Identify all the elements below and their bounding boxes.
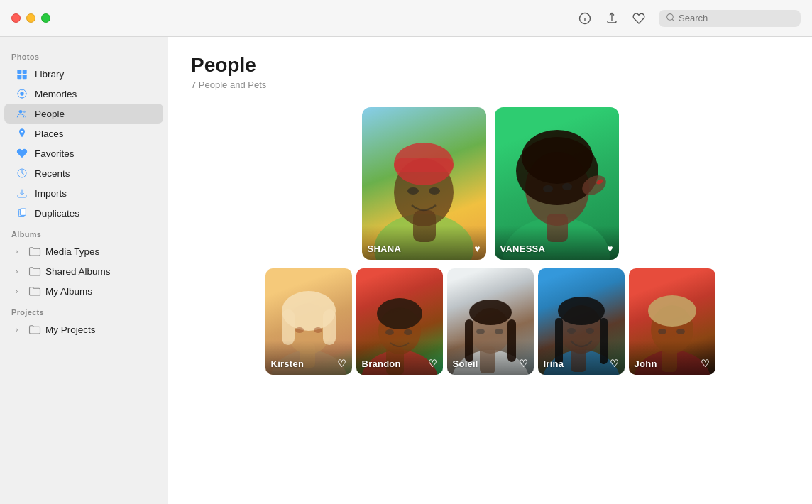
john-heart[interactable]: ♡ (701, 358, 710, 369)
favorites-icon[interactable] (632, 11, 646, 26)
shared-albums-folder-icon (28, 265, 41, 278)
svg-point-29 (429, 187, 440, 195)
vanessa-heart[interactable]: ♥ (607, 243, 613, 254)
share-icon[interactable] (605, 11, 619, 26)
irina-name: Irina (544, 358, 564, 369)
sidebar-item-my-projects[interactable]: › My Projects (4, 319, 163, 339)
sidebar-item-duplicates[interactable]: Duplicates (4, 203, 163, 223)
person-card-irina[interactable]: Irina ♡ (538, 268, 625, 375)
sidebar-item-media-types[interactable]: › Media Types (4, 241, 163, 261)
svg-rect-43 (282, 309, 295, 345)
sidebar-item-recents[interactable]: Recents (4, 163, 163, 183)
shana-heart[interactable]: ♥ (474, 243, 480, 254)
places-icon (16, 127, 28, 140)
projects-section-label: Projects (0, 301, 168, 319)
svg-point-17 (23, 111, 26, 113)
traffic-lights (11, 13, 50, 23)
soleil-label: Soleil ♡ (447, 341, 534, 375)
svg-point-72 (648, 295, 696, 327)
person-card-brandon[interactable]: Brandon ♡ (356, 268, 443, 375)
vanessa-name: VANESSA (500, 243, 546, 254)
shared-albums-chevron: › (16, 268, 24, 275)
svg-point-46 (314, 327, 322, 333)
person-card-soleil[interactable]: Soleil ♡ (447, 268, 534, 375)
recents-label: Recents (35, 168, 70, 179)
search-bar[interactable] (659, 10, 801, 27)
sidebar-item-places[interactable]: Places (4, 124, 163, 143)
person-card-kirsten[interactable]: Kirsten ♡ (265, 268, 352, 375)
svg-point-68 (586, 328, 594, 334)
titlebar-actions (578, 10, 801, 27)
library-icon (16, 67, 28, 80)
brandon-label: Brandon ♡ (356, 341, 443, 375)
svg-point-66 (558, 297, 605, 325)
irina-heart[interactable]: ♡ (610, 358, 619, 369)
favorites-sidebar-icon (16, 147, 28, 160)
people-grid-bottom: Kirsten ♡ (191, 268, 789, 375)
shana-label: SHANA ♥ (362, 226, 486, 260)
sidebar-item-my-albums[interactable]: › My Albums (4, 281, 163, 301)
media-types-label: Media Types (45, 246, 99, 257)
sidebar-item-library[interactable]: Library (4, 64, 163, 84)
svg-point-74 (676, 329, 685, 334)
sidebar-item-shared-albums[interactable]: › Shared Albums (4, 261, 163, 281)
john-label: John ♡ (629, 341, 715, 375)
john-name: John (635, 358, 657, 369)
svg-rect-6 (17, 70, 21, 74)
person-card-shana[interactable]: SHANA ♥ (362, 107, 486, 260)
svg-point-11 (20, 92, 23, 95)
kirsten-name: Kirsten (271, 358, 304, 369)
search-input[interactable] (679, 13, 794, 23)
favorites-label: Favorites (35, 148, 75, 159)
brandon-name: Brandon (362, 358, 401, 369)
svg-point-67 (567, 328, 576, 334)
svg-rect-9 (23, 75, 27, 79)
people-grid-top: SHANA ♥ (191, 107, 789, 260)
photos-section-label: Photos (0, 45, 168, 64)
my-albums-chevron: › (16, 287, 24, 295)
svg-point-37 (562, 183, 572, 190)
albums-section-label: Albums (0, 223, 168, 241)
my-projects-chevron: › (16, 326, 24, 334)
svg-point-50 (377, 298, 422, 329)
places-label: Places (35, 128, 64, 139)
sidebar-item-imports[interactable]: Imports (4, 183, 163, 203)
sidebar-item-memories[interactable]: Memories (4, 84, 163, 104)
library-label: Library (35, 69, 64, 80)
info-icon[interactable] (578, 11, 592, 26)
vanessa-label: VANESSA ♥ (495, 226, 619, 260)
main-content: People 7 People and Pets (168, 37, 812, 504)
brandon-heart[interactable]: ♡ (428, 358, 437, 369)
svg-point-28 (407, 187, 419, 195)
sidebar-item-people[interactable]: People (4, 104, 163, 124)
kirsten-heart[interactable]: ♡ (337, 358, 346, 369)
person-card-john[interactable]: John ♡ (629, 268, 715, 375)
recents-icon (16, 167, 28, 180)
people-label: People (35, 109, 65, 119)
svg-point-60 (495, 329, 503, 334)
svg-point-45 (295, 327, 304, 333)
irina-label: Irina ♡ (538, 341, 625, 375)
soleil-heart[interactable]: ♡ (519, 358, 528, 369)
svg-point-59 (476, 329, 485, 334)
sidebar: Photos Library (0, 37, 168, 504)
app-body: Photos Library (0, 37, 812, 504)
imports-label: Imports (35, 188, 67, 199)
media-types-chevron: › (16, 248, 24, 256)
kirsten-label: Kirsten ♡ (265, 341, 352, 375)
sidebar-item-favorites[interactable]: Favorites (4, 143, 163, 163)
person-card-vanessa[interactable]: VANESSA ♥ (495, 107, 619, 260)
duplicates-icon (16, 207, 28, 219)
svg-rect-22 (20, 209, 26, 215)
page-subtitle: 7 People and Pets (191, 80, 789, 90)
shared-albums-label: Shared Albums (45, 266, 111, 277)
svg-point-51 (385, 329, 394, 335)
svg-point-58 (469, 300, 512, 325)
svg-rect-27 (394, 158, 454, 172)
maximize-button[interactable] (41, 13, 50, 23)
my-projects-label: My Projects (45, 324, 96, 335)
svg-point-4 (667, 13, 674, 20)
close-button[interactable] (11, 13, 21, 23)
minimize-button[interactable] (26, 13, 35, 23)
svg-point-34 (522, 130, 593, 184)
